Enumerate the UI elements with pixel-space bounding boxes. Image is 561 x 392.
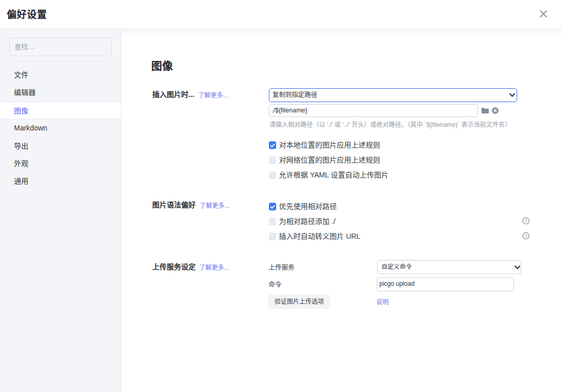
svg-text:?: ? bbox=[524, 218, 527, 223]
svg-text:?: ? bbox=[524, 233, 527, 238]
